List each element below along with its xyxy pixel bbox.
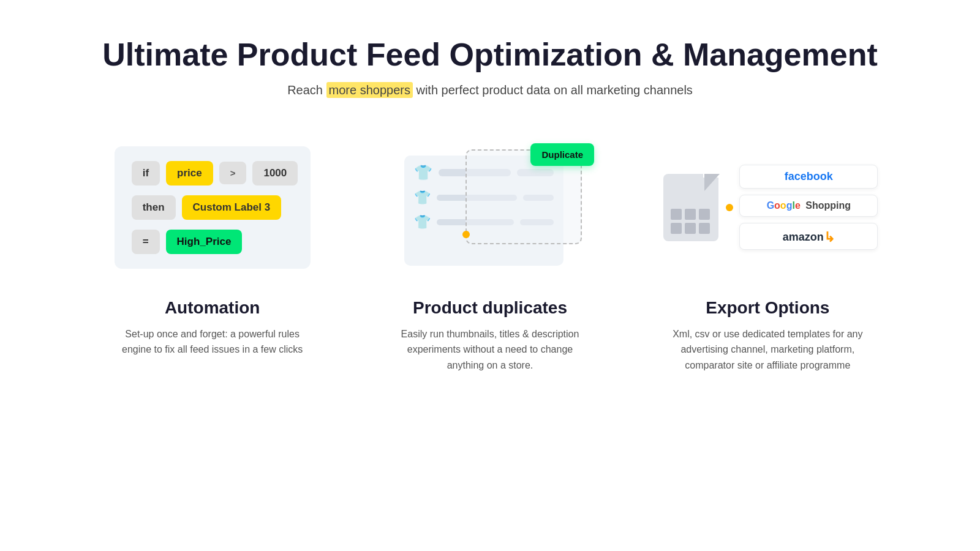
automation-rules-box: if price > 1000 then Custom Label 3 = Hi… xyxy=(115,146,311,269)
equals-label: = xyxy=(132,230,160,254)
page-subtitle: Reach more shoppers with perfect product… xyxy=(102,83,877,97)
condition-value: 1000 xyxy=(252,161,298,186)
condition-field: price xyxy=(166,161,213,186)
duplicates-illustration: 👕 👕 👕 xyxy=(369,134,610,281)
page-title: Ultimate Product Feed Optimization & Man… xyxy=(102,37,877,73)
connector-dot xyxy=(462,231,470,238)
duplicate-badge: Duplicate xyxy=(530,143,594,166)
subtitle-prefix: Reach xyxy=(287,83,326,97)
feature-duplicates: 👕 👕 👕 xyxy=(369,134,610,373)
export-illustration: facebook Google Shopping amazon↳ xyxy=(647,134,888,281)
feature-automation: if price > 1000 then Custom Label 3 = Hi… xyxy=(92,134,333,358)
channel-amazon: amazon↳ xyxy=(739,223,878,250)
rule-row-then: then Custom Label 3 xyxy=(132,195,293,220)
facebook-logo: facebook xyxy=(785,170,833,183)
feature-export: facebook Google Shopping amazon↳ xyxy=(647,134,888,373)
export-connector-dot xyxy=(726,204,733,211)
automation-desc: Set-up once and forget: a powerful rules… xyxy=(115,326,311,358)
features-section: if price > 1000 then Custom Label 3 = Hi… xyxy=(92,134,888,373)
automation-title: Automation xyxy=(165,298,260,318)
channel-google: Google Shopping xyxy=(739,195,878,217)
export-desc: Xml, csv or use dedicated templates for … xyxy=(669,326,865,373)
google-logo: Google Shopping xyxy=(767,200,851,211)
if-label: if xyxy=(132,161,160,186)
result-value: High_Price xyxy=(166,230,243,254)
amazon-logo: amazon↳ xyxy=(783,228,835,244)
rule-row-if: if price > 1000 xyxy=(132,161,293,186)
export-title: Export Options xyxy=(706,298,829,318)
channel-facebook: facebook xyxy=(739,165,878,189)
automation-illustration: if price > 1000 then Custom Label 3 = Hi… xyxy=(92,134,333,281)
subtitle-suffix: with perfect product data on all marketi… xyxy=(413,83,693,97)
operator-label: > xyxy=(219,162,247,184)
subtitle-highlight: more shoppers xyxy=(326,82,413,98)
page-header: Ultimate Product Feed Optimization & Man… xyxy=(102,37,877,97)
file-icon xyxy=(663,174,725,241)
duplicates-title: Product duplicates xyxy=(413,298,567,318)
action-field: Custom Label 3 xyxy=(182,195,282,220)
rule-row-equals: = High_Price xyxy=(132,230,293,254)
duplicates-desc: Easily run thumbnails, titles & descript… xyxy=(392,326,588,373)
then-label: then xyxy=(132,195,176,220)
